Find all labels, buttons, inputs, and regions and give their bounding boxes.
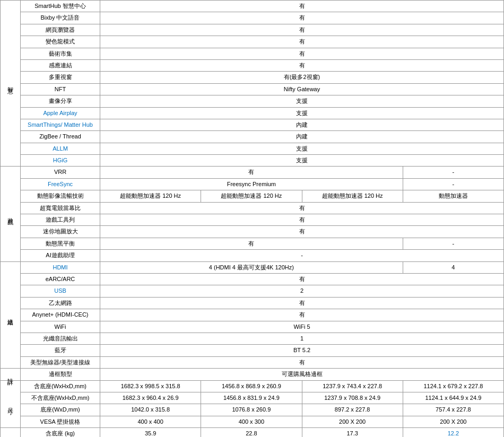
feature-cell: 動態影像流暢技術 — [21, 190, 100, 202]
feature-cell: USB — [21, 285, 100, 297]
table-row: 畫像分享支援 — [1, 95, 504, 107]
table-row: eARC/ARC有 — [1, 273, 504, 285]
feature-cell: WiFi — [21, 321, 100, 333]
value-cell: 有 — [100, 273, 504, 285]
value-cell-4: 200 X 200 — [403, 416, 503, 427]
value-cell-2: 400 x 300 — [201, 416, 302, 427]
value-cell-2: 1076.8 x 260.9 — [201, 404, 302, 416]
table-row: 不含底座(WxHxD,mm)1682.3 x 960.4 x 26.91456.… — [1, 392, 504, 404]
value-cell: Nifty Gateway — [100, 83, 504, 95]
value-cell: 支援 — [100, 155, 504, 167]
feature-cell: 多重視窗 — [21, 72, 100, 83]
value-cell-2: 1456.8 x 868.9 x 260.9 — [201, 380, 302, 392]
feature-cell: NFT — [21, 83, 100, 95]
value-cell-1: 有 — [100, 167, 403, 178]
value-cell-2: 22.8 — [201, 428, 302, 437]
table-row: Bixby 中文語音有 — [1, 12, 504, 24]
feature-cell: HGiG — [21, 155, 100, 167]
value-cell: 支援 — [100, 95, 504, 107]
value-cell-4: 1124.1 x 679.2 x 227.8 — [403, 380, 503, 392]
table-row: 網頁瀏覽器有 — [1, 24, 504, 36]
feature-cell: 不含底座(WxHxD,mm) — [21, 392, 100, 404]
table-row: FreeSyncFreesync Premium- — [1, 178, 504, 190]
table-row: WiFiWiFi 5 — [1, 321, 504, 333]
feature-cell: 藍牙 — [21, 345, 100, 356]
table-row: NFTNifty Gateway — [1, 83, 504, 95]
category-cell: 遊戲 — [1, 167, 21, 261]
value-cell: 有 — [100, 24, 504, 36]
table-row: Apple Airplay支援 — [1, 107, 504, 119]
value-cell-1: 1682.3 x 998.5 x 315.8 — [100, 380, 201, 392]
value-cell: - — [100, 250, 504, 261]
feature-cell: Apple Airplay — [21, 107, 100, 119]
value-cell: 有 — [100, 356, 504, 368]
table-row: 底座(WxD,mm)1042.0 x 315.81076.8 x 260.989… — [1, 404, 504, 416]
table-row: 設計邊框類型可選購風格邊框 — [1, 369, 504, 380]
table-row: 美型無線器/美型連接線有 — [1, 356, 504, 368]
table-row: 感應連結有 — [1, 59, 504, 71]
feature-cell: 乙太網路 — [21, 297, 100, 309]
value-cell: 內建 — [100, 131, 504, 143]
value-cell: 1 — [100, 333, 504, 344]
value-cell: 可選購風格邊框 — [100, 369, 504, 380]
value-cell-4: - — [403, 178, 503, 190]
feature-cell: 感應連結 — [21, 59, 100, 71]
value-cell-4: - — [403, 238, 503, 249]
value-cell-2: 超能動態加速器 120 Hz — [201, 190, 302, 202]
spec-table: 智慧SmartHub 智慧中心有Bixby 中文語音有網頁瀏覽器有變色龍模式有藝… — [0, 0, 504, 437]
value-cell-3: 1237.9 x 743.4 x 227.8 — [302, 380, 403, 392]
value-cell: 有 — [100, 309, 504, 321]
value-cell: 2 — [100, 285, 504, 297]
value-cell-1: 超能動態加速器 120 Hz — [100, 190, 201, 202]
table-row: 連結HDMI4 (HDMI 4 最高可支援4K 120Hz)4 — [1, 261, 504, 273]
table-row: 智慧SmartHub 智慧中心有 — [1, 1, 504, 12]
feature-cell: AI遊戲助理 — [21, 250, 100, 261]
feature-cell: 美型無線器/美型連接線 — [21, 356, 100, 368]
table-row: Anynet+ (HDMI-CEC)有 — [1, 309, 504, 321]
feature-cell: eARC/ARC — [21, 273, 100, 285]
table-row: 藝術市集有 — [1, 48, 504, 59]
feature-cell: 迷你地圖放大 — [21, 226, 100, 238]
value-cell: 有 — [100, 297, 504, 309]
table-row: 乙太網路有 — [1, 297, 504, 309]
value-cell-1: 1042.0 x 315.8 — [100, 404, 201, 416]
value-cell-4: 12.2 — [403, 428, 503, 437]
feature-cell: 變色龍模式 — [21, 36, 100, 48]
table-row: 動態影像流暢技術超能動態加速器 120 Hz超能動態加速器 120 Hz超能動態… — [1, 190, 504, 202]
feature-cell: Anynet+ (HDMI-CEC) — [21, 309, 100, 321]
feature-cell: 遊戲工具列 — [21, 214, 100, 226]
table-row: 光纖音訊輸出1 — [1, 333, 504, 344]
feature-cell: ZigBee / Thread — [21, 131, 100, 143]
value-cell-3: 200 X 200 — [302, 416, 403, 427]
value-cell: 內建 — [100, 119, 504, 130]
value-cell-3: 897.2 x 227.8 — [302, 404, 403, 416]
value-cell: 有 — [100, 48, 504, 59]
feature-cell: 動態黑平衡 — [21, 238, 100, 249]
value-cell: 有 — [100, 12, 504, 24]
feature-cell: 邊框類型 — [21, 369, 100, 380]
value-cell: 有 — [100, 59, 504, 71]
value-cell-1: 400 x 400 — [100, 416, 201, 427]
value-cell-4: 757.4 x 227.8 — [403, 404, 503, 416]
value-cell: 有 — [100, 214, 504, 226]
table-row: 遊戲工具列有 — [1, 214, 504, 226]
feature-cell: HDMI — [21, 261, 100, 273]
feature-cell: Bixby 中文語音 — [21, 12, 100, 24]
value-cell: 支援 — [100, 143, 504, 154]
feature-cell: 光纖音訊輸出 — [21, 333, 100, 344]
feature-cell: ALLM — [21, 143, 100, 154]
value-cell-1: Freesync Premium — [100, 178, 403, 190]
table-row: 尺寸含底座(WxHxD,mm)1682.3 x 998.5 x 315.8145… — [1, 380, 504, 392]
feature-cell: 超寬電競當幕比 — [21, 202, 100, 214]
value-cell-4: 動態加速器 — [403, 190, 503, 202]
table-row: ZigBee / Thread內建 — [1, 131, 504, 143]
feature-cell: 含底座 (kg) — [21, 428, 100, 437]
feature-cell: 藝術市集 — [21, 48, 100, 59]
table-row: 超寬電競當幕比有 — [1, 202, 504, 214]
value-cell-4: 4 — [403, 261, 503, 273]
value-cell: 有 — [100, 226, 504, 238]
table-row: 多重視窗有(最多2視窗) — [1, 72, 504, 83]
value-cell: 支援 — [100, 107, 504, 119]
value-cell-3: 超能動態加速器 120 Hz — [302, 190, 403, 202]
category-cell: 尺寸 — [1, 380, 21, 428]
